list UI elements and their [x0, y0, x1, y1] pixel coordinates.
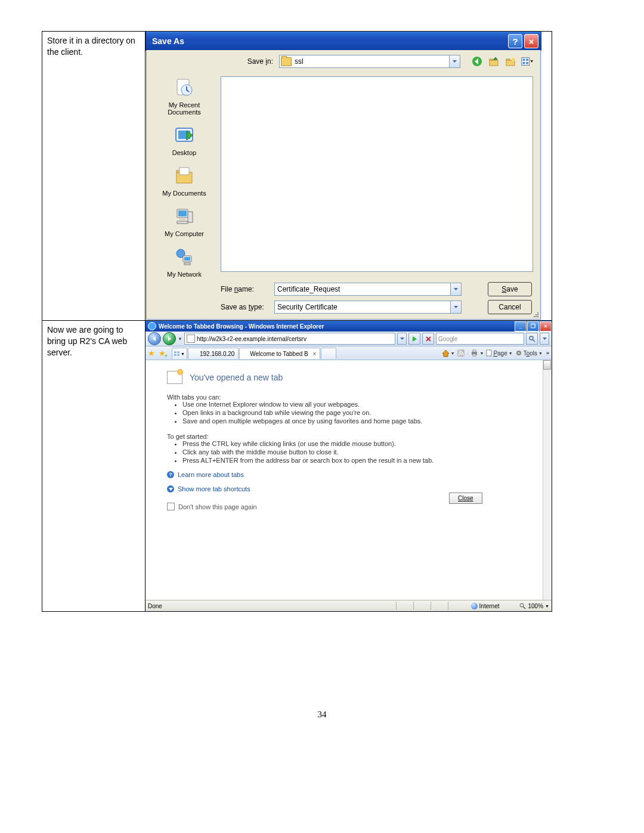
tools-menu[interactable]: Tools▼ [515, 349, 543, 357]
search-dropdown[interactable] [540, 333, 549, 345]
place-label: My Documents [162, 190, 206, 197]
dialog-title: Save As [152, 36, 184, 46]
svg-rect-26 [188, 212, 193, 222]
place-label: My Recent Documents [168, 101, 201, 116]
save-in-dropdown-arrow[interactable] [449, 55, 460, 68]
new-tab-button[interactable] [321, 348, 336, 359]
address-bar[interactable]: http://w2k3-r2-ee.example.internal/certs… [184, 333, 395, 345]
my-network-icon [173, 246, 196, 268]
ie-titlebar[interactable]: Welcome to Tabbed Browsing - Windows Int… [145, 321, 552, 332]
back-button[interactable] [148, 332, 161, 345]
svg-rect-54 [487, 350, 491, 356]
get-started-label: To get started: [167, 433, 530, 440]
views-icon[interactable] [521, 55, 533, 67]
address-dropdown[interactable] [397, 333, 407, 345]
home-icon [442, 349, 450, 357]
svg-marker-34 [454, 306, 458, 308]
home-menu[interactable]: ▼ [442, 349, 455, 357]
place-mydocuments[interactable]: My Documents [154, 165, 214, 197]
help-button[interactable]: ? [508, 34, 522, 48]
save-as-dialog: Save As ? × Save in: ssl [145, 32, 541, 320]
minimize-button[interactable]: _ [515, 321, 527, 332]
list-item: Press ALT+ENTER from the address bar or … [182, 457, 530, 464]
ie-window: Welcome to Tabbed Browsing - Windows Int… [145, 321, 552, 611]
favorites-center-icon[interactable]: ★ [148, 349, 155, 358]
my-documents-icon [173, 165, 196, 187]
zoom-control[interactable]: 100% ▼ [519, 603, 549, 609]
places-bar: My Recent Documents Desktop [151, 76, 217, 314]
ie-page-icon [192, 351, 198, 357]
filename-field[interactable]: Certificate_Request [274, 283, 451, 296]
vertical-scrollbar[interactable] [543, 360, 552, 600]
place-label: My Computer [165, 230, 204, 237]
search-placeholder: Google [438, 336, 457, 342]
close-content-button[interactable]: Close [449, 493, 482, 504]
search-box[interactable]: Google [436, 333, 524, 345]
svg-rect-47 [177, 354, 179, 356]
folder-open-icon [281, 57, 292, 66]
svg-rect-4 [490, 59, 493, 60]
svg-rect-28 [177, 221, 188, 224]
stop-button[interactable] [422, 333, 434, 345]
svg-rect-25 [178, 210, 187, 216]
print-menu[interactable]: ▼ [470, 349, 484, 357]
zoom-icon [519, 603, 526, 609]
cancel-button[interactable]: Cancel [488, 300, 532, 314]
list-item: Open links in a background tab while vie… [182, 409, 530, 416]
place-mycomputer[interactable]: My Computer [154, 205, 214, 237]
restore-button[interactable]: ❐ [527, 321, 539, 332]
svg-rect-44 [174, 351, 177, 353]
page-menu[interactable]: Page▼ [486, 349, 512, 357]
chevron-more-icon[interactable]: » [546, 350, 549, 356]
ie-window-title: Welcome to Tabbed Browsing - Windows Int… [159, 323, 324, 330]
place-recent[interactable]: My Recent Documents [154, 76, 214, 116]
close-button[interactable]: × [524, 34, 538, 48]
close-button[interactable]: × [540, 321, 552, 332]
forward-button[interactable] [163, 332, 176, 345]
saveastype-label: Save as type: [221, 303, 274, 311]
svg-marker-36 [168, 336, 171, 341]
active-tab[interactable]: Welcome to Tabbed Brow… × [239, 348, 320, 359]
svg-marker-0 [453, 60, 457, 63]
go-refresh-button[interactable] [408, 333, 420, 345]
save-in-combo[interactable]: ssl [279, 55, 450, 68]
ie-logo-icon [148, 322, 156, 330]
svg-rect-12 [526, 58, 528, 61]
quick-tabs-button[interactable]: ▼ [172, 348, 187, 359]
save-in-label: Save in: [218, 57, 279, 66]
internet-zone-icon [471, 603, 478, 609]
saveastype-field[interactable]: Security Certificate [274, 301, 451, 314]
dialog-titlebar[interactable]: Save As ? × [145, 32, 541, 51]
list-item: Press the CTRL key while clicking links … [182, 440, 530, 447]
file-list-area[interactable] [221, 76, 533, 272]
new-tab-icon [167, 371, 182, 384]
desktop-icon [173, 124, 196, 147]
resize-grip-icon[interactable] [532, 311, 539, 318]
filename-dropdown-arrow[interactable] [450, 283, 462, 296]
new-folder-icon[interactable]: ✶ [504, 55, 516, 67]
learn-more-link[interactable]: ? Learn more about tabs [167, 471, 530, 478]
up-one-level-icon[interactable] [488, 55, 500, 67]
add-favorites-icon[interactable]: ★+ [159, 349, 166, 358]
go-back-icon[interactable] [471, 55, 483, 67]
dont-show-checkbox[interactable] [167, 503, 175, 510]
save-button[interactable]: Save [488, 282, 532, 296]
place-mynetwork[interactable]: My Network [154, 246, 214, 278]
feeds-button[interactable] [457, 349, 465, 357]
print-icon [470, 349, 478, 357]
with-tabs-label: With tabs you can: [167, 394, 530, 401]
favorite-link-tab[interactable]: 192.168.0.20 [188, 348, 239, 359]
ie-content-area: You've opened a new tab With tabs you ca… [145, 360, 552, 600]
security-zone[interactable]: Internet [471, 603, 500, 609]
search-go-button[interactable] [526, 333, 538, 345]
place-label: My Network [167, 271, 202, 278]
list-item: Save and open multiple webpages at once … [182, 417, 530, 425]
show-more-link[interactable]: Show more tab shortcuts [167, 485, 530, 493]
svg-point-50 [458, 354, 460, 356]
svg-rect-45 [177, 351, 179, 353]
type-dropdown-arrow[interactable] [450, 301, 462, 314]
ie-navigation-bar: ▼ http://w2k3-r2-ee.example.internal/cer… [145, 332, 552, 346]
page-icon [486, 349, 492, 357]
tab-close-icon[interactable]: × [313, 351, 317, 357]
place-desktop[interactable]: Desktop [154, 124, 214, 156]
